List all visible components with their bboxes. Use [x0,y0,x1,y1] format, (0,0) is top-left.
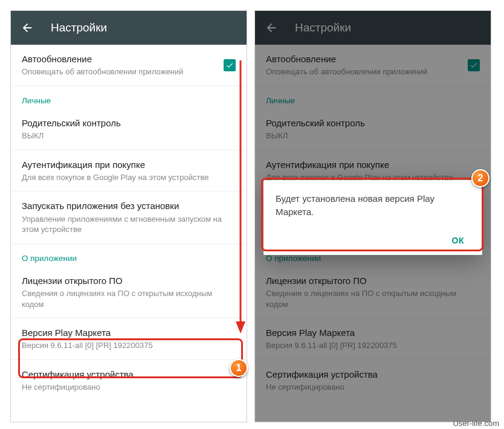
phone-left: Настройки Автообновление Оповещать об ав… [11,11,247,422]
row-title: Версия Play Маркета [266,327,480,339]
appbar: Настройки [255,11,491,45]
dialog-message: Будет установлена новая версия Play Марк… [276,192,470,219]
back-icon[interactable] [265,21,278,34]
appbar: Настройки [11,11,247,45]
update-dialog: Будет установлена новая версия Play Марк… [263,180,482,255]
section-personal: Личные [255,86,491,109]
row-title: Родительский контроль [266,117,480,129]
row-open-source-licenses[interactable]: Лицензии открытого ПО Сведения о лицензи… [255,266,491,318]
phone-right: Настройки Автообновление Оповещать об ав… [255,11,491,422]
dialog-ok-button[interactable]: ОК [446,231,470,250]
row-subtitle: ВЫКЛ [22,131,236,141]
row-purchase-auth[interactable]: Аутентификация при покупке Для всех поку… [11,150,247,192]
row-parental-control[interactable]: Родительский контроль ВЫКЛ [255,109,491,150]
row-subtitle: Оповещать об автообновлении приложений [22,66,236,77]
row-auto-update[interactable]: Автообновление Оповещать об автообновлен… [11,45,247,86]
row-subtitle: Не сертифицировано [22,382,236,393]
row-subtitle: Для всех покупок в Google Play на этом у… [22,172,236,183]
row-title: Автообновление [266,53,480,65]
dialog-actions: ОК [276,231,470,250]
row-title: Аутентификация при покупке [22,159,236,171]
row-play-store-version[interactable]: Версия Play Маркета Версия 9.6.11-all [0… [255,318,491,360]
row-device-certification[interactable]: Сертификация устройства Не сертифицирова… [255,360,491,401]
row-title: Версия Play Маркета [22,327,236,339]
settings-list: Автообновление Оповещать об автообновлен… [11,45,247,422]
row-title: Сертификация устройства [22,369,236,381]
section-about: О приложении [11,244,247,266]
watermark: User-life.com [453,419,499,428]
row-title: Запускать приложения без установки [22,200,236,212]
row-title: Автообновление [22,53,236,65]
row-title: Аутентификация при покупке [266,159,480,171]
checkbox-icon[interactable] [468,59,480,71]
row-device-certification[interactable]: Сертификация устройства Не сертифицирова… [11,360,247,401]
row-open-source-licenses[interactable]: Лицензии открытого ПО Сведения о лицензи… [11,266,247,318]
row-subtitle: Сведения о лицензиях на ПО с открытым ис… [22,288,236,309]
row-subtitle: Версия 9.6.11-all [0] [PR] 192200375 [22,340,236,351]
row-subtitle: Версия 9.6.11-all [0] [PR] 192200375 [266,340,480,351]
checkbox-icon[interactable] [224,59,236,71]
row-title: Лицензии открытого ПО [266,275,480,287]
row-subtitle: Сведения о лицензиях на ПО с открытым ис… [266,288,480,309]
row-subtitle: Не сертифицировано [266,382,480,393]
page-title: Настройки [295,21,351,34]
section-personal: Личные [11,86,247,109]
row-subtitle: ВЫКЛ [266,131,480,141]
row-title: Лицензии открытого ПО [22,275,236,287]
row-subtitle: Управление приложениями с мгновенным зап… [22,214,236,235]
row-play-store-version[interactable]: Версия Play Маркета Версия 9.6.11-all [0… [11,318,247,360]
page-title: Настройки [51,21,107,34]
row-instant-apps[interactable]: Запускать приложения без установки Управ… [11,192,247,244]
back-icon[interactable] [21,21,34,34]
row-subtitle: Оповещать об автообновлении приложений [266,66,480,77]
row-auto-update[interactable]: Автообновление Оповещать об автообновлен… [255,45,491,86]
row-title: Сертификация устройства [266,369,480,381]
row-title: Родительский контроль [22,117,236,129]
row-parental-control[interactable]: Родительский контроль ВЫКЛ [11,109,247,150]
